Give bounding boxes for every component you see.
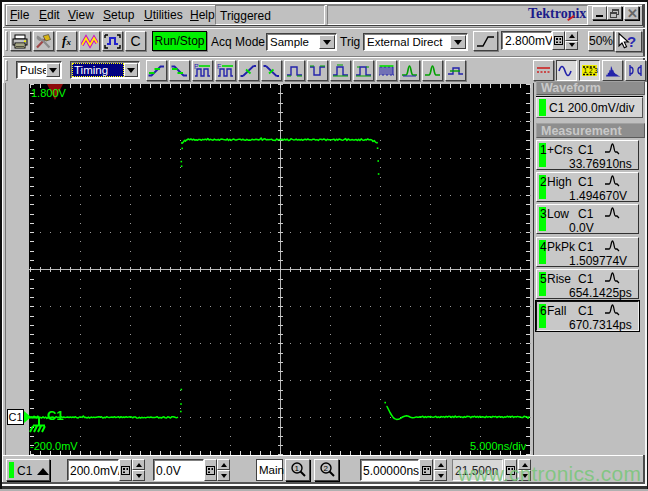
svg-text:1: 1: [294, 464, 299, 473]
svg-text:2: 2: [323, 464, 328, 473]
